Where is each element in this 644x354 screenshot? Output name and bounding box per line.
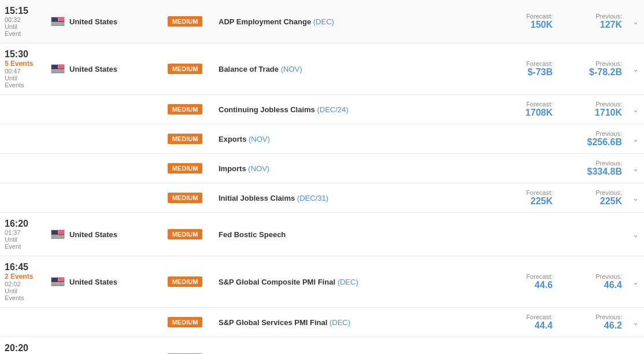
countdown: 01:37 [5,229,42,236]
previous-cell: Previous: $256.6B [557,124,627,154]
country-name: United States [69,230,117,239]
time-display: 15:30 [5,49,42,60]
impact-badge: MEDIUM [168,193,203,203]
impact-badge: MEDIUM [168,16,203,27]
event-period: (NOV) [249,135,270,143]
time-cell: 15:1500:32UntilEvent [0,0,46,43]
unit-label: Event [5,243,42,250]
expand-cell[interactable]: ⌄ [627,124,644,154]
time-display: 20:20 [5,343,42,353]
event-cell[interactable]: S&P Global Composite PMI Final (DEC) [214,256,494,308]
event-name: Fed Bostic Speech [219,230,286,239]
forecast-value: 150K [498,20,553,30]
countdown: 02:02 [5,281,42,287]
unit-label: Event [5,30,42,37]
impact-cell: MEDIUM [156,154,214,183]
expand-cell[interactable]: ⌄ [627,95,644,124]
impact-cell: MEDIUM [156,256,214,308]
event-name: Continuing Jobless Claims [219,105,315,114]
previous-value: $334.8B [562,167,622,177]
previous-label: Previous: [562,189,622,196]
previous-cell: Previous: 46.2 [557,308,627,337]
previous-cell [557,213,627,256]
event-cell[interactable]: Initial Jobless Claims (DEC/31) [214,183,494,213]
expand-cell[interactable]: ⌄ [627,43,644,95]
impact-badge: MEDIUM [168,104,203,115]
impact-badge: MEDIUM [168,317,203,327]
impact-badge: MEDIUM [168,229,203,239]
forecast-label: Forecast: [498,273,553,280]
impact-badge: MEDIUM [168,134,203,144]
event-cell[interactable]: Exports (NOV) [214,124,494,154]
forecast-cell: Forecast: 150K [494,0,557,43]
event-name: Imports [219,164,246,173]
impact-badge: MEDIUM [168,163,203,174]
event-cell[interactable]: Balance of Trade (NOV) [214,43,494,95]
previous-label: Previous: [562,160,622,167]
country-cell: United States [46,256,156,308]
event-cell[interactable]: Fed Bostic Speech [214,213,494,256]
expand-cell[interactable]: ⌄ [627,154,644,183]
event-cell[interactable]: Imports (NOV) [214,154,494,183]
until-label: Until [5,23,42,30]
country-cell: United States [46,213,156,256]
forecast-cell: Forecast: 44.4 [494,308,557,337]
impact-cell: MEDIUM [156,95,214,124]
previous-cell: Previous: 127K [557,0,627,43]
expand-cell[interactable]: ⌄ [627,213,644,256]
events-count: 5 Events [5,60,42,68]
expand-cell[interactable]: ⌄ [627,183,644,213]
forecast-value: 44.6 [498,280,553,290]
event-name: Exports [219,135,246,143]
forecast-value: 225K [498,196,553,207]
previous-label: Previous: [562,314,622,320]
time-cell: 16:452 Events02:02UntilEvents [0,256,46,308]
expand-cell[interactable]: ⌄ [627,337,644,355]
previous-cell: Previous: $334.8B [557,154,627,183]
country-name: United States [69,17,117,26]
expand-cell[interactable]: ⌄ [627,256,644,308]
time-cell: 15:305 Events00:47UntilEvents [0,43,46,95]
previous-value: 1710K [562,108,622,118]
us-flag-icon [51,64,65,73]
event-cell[interactable]: Continuing Jobless Claims (DEC/24) [214,95,494,124]
event-name: ADP Employment Change [219,17,311,26]
chevron-down-icon: ⌄ [632,105,639,114]
time-display: 16:45 [5,262,42,272]
chevron-down-icon: ⌄ [632,230,639,239]
previous-label: Previous: [562,60,622,67]
expand-cell[interactable]: ⌄ [627,308,644,337]
forecast-label: Forecast: [498,189,553,196]
forecast-label: Forecast: [498,101,553,108]
chevron-down-icon: ⌄ [632,135,639,143]
until-label: Until [5,236,42,243]
event-name: S&P Global Composite PMI Final [219,278,335,286]
previous-value: 225K [562,196,622,207]
impact-badge: MEDIUM [168,64,203,74]
forecast-value: $-73B [498,67,553,78]
forecast-cell: Forecast: $-73B [494,43,557,95]
previous-label: Previous: [562,130,622,137]
country-name: United States [69,278,117,286]
forecast-label: Forecast: [498,13,553,20]
forecast-cell: Forecast: 225K [494,183,557,213]
time-display: 16:20 [5,219,42,229]
expand-cell[interactable]: ⌄ [627,0,644,43]
event-cell[interactable]: S&P Global Services PMI Final (DEC) [214,308,494,337]
forecast-cell: Forecast: 44.6 [494,256,557,308]
calendar-table: 15:1500:32UntilEvent United States MEDIU… [0,0,644,354]
forecast-cell [494,154,557,183]
us-flag-icon [51,230,65,239]
chevron-down-icon: ⌄ [632,65,639,73]
event-period: (DEC) [338,278,358,286]
event-cell[interactable]: Fed Bullard Speech [214,337,494,355]
previous-cell: Previous: 225K [557,183,627,213]
countdown: 00:47 [5,68,42,75]
chevron-down-icon: ⌄ [632,318,639,327]
event-cell[interactable]: ADP Employment Change (DEC) [214,0,494,43]
previous-cell: Previous: $-78.2B [557,43,627,95]
event-period: (DEC) [313,17,334,26]
country-cell: United States [46,43,156,95]
chevron-down-icon: ⌄ [632,164,639,173]
previous-label: Previous: [562,101,622,108]
